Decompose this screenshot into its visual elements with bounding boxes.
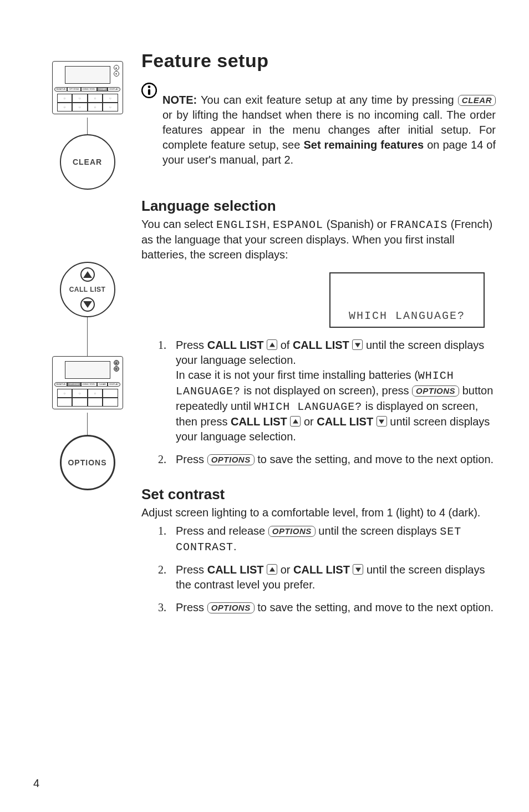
call-list-button-illustration: CALL LIST xyxy=(60,262,115,317)
note-text: NOTE: You can exit feature setup at any … xyxy=(162,93,496,168)
contrast-intro: Adjust screen lighting to a comfortable … xyxy=(141,505,496,520)
clear-button-illustration: CLEAR xyxy=(60,134,115,190)
page-number: 4 xyxy=(33,777,39,790)
page-title: Feature setup xyxy=(141,50,496,72)
contrast-heading: Set contrast xyxy=(141,486,496,503)
lang-step-2: Press OPTIONS to save the setting, and m… xyxy=(158,452,496,467)
down-arrow-icon xyxy=(353,564,363,575)
call-list-label: CALL LIST xyxy=(69,286,106,293)
up-arrow-icon xyxy=(267,564,277,575)
clear-key-inline: CLEAR xyxy=(458,95,496,106)
up-arrow-icon xyxy=(267,339,277,350)
note-label: NOTE: xyxy=(162,94,197,106)
phone-diagram-2: ▲ ▼ REMOVE OPTIONS DIRECTORY CLEAR DISPL… xyxy=(52,356,123,409)
options-key-inline: OPTIONS xyxy=(268,526,316,537)
lcd-screen-example: WHICH LANGUAGE? xyxy=(329,272,485,328)
options-key-inline: OPTIONS xyxy=(207,454,255,465)
language-steps: Press CALL LIST of CALL LIST until the s… xyxy=(141,338,496,467)
phone-diagram: ▲ ▼ REMOVE OPTIONS DIRECTORY CLEAR DISPL… xyxy=(52,61,123,114)
options-button-illustration: OPTIONS xyxy=(60,435,115,490)
up-arrow-icon xyxy=(290,416,301,427)
language-heading: Language selection xyxy=(141,197,496,215)
down-arrow-icon xyxy=(352,339,363,350)
options-button-label: OPTIONS xyxy=(68,458,106,467)
language-intro: You can select ENGLISH, ESPANOL (Spanish… xyxy=(141,217,496,262)
contrast-step-3: Press OPTIONS to save the setting, and m… xyxy=(158,600,496,615)
options-key-inline: OPTIONS xyxy=(207,602,255,613)
down-arrow-icon xyxy=(377,416,387,427)
figure-device-clear: ▲ ▼ REMOVE OPTIONS DIRECTORY CLEAR DISPL… xyxy=(33,61,141,190)
contrast-step-2: Press CALL LIST or CALL LIST until the s… xyxy=(158,562,496,592)
contrast-step-1: Press and release OPTIONS until the scre… xyxy=(158,524,496,555)
note-block: NOTE: You can exit feature setup at any … xyxy=(141,82,496,179)
svg-rect-2 xyxy=(148,89,150,95)
info-icon xyxy=(141,83,157,100)
options-key-inline: OPTIONS xyxy=(412,385,459,397)
lang-step-1: Press CALL LIST of CALL LIST until the s… xyxy=(158,338,496,444)
svg-point-1 xyxy=(148,85,151,88)
figure-device-options: CALL LIST ▲ ▼ REMOVE OPTIONS DIRECTORY C… xyxy=(33,262,141,490)
contrast-steps: Press and release OPTIONS until the scre… xyxy=(141,524,496,615)
lcd-screen-text: WHICH LANGUAGE? xyxy=(349,309,465,322)
clear-button-label: CLEAR xyxy=(73,158,102,166)
